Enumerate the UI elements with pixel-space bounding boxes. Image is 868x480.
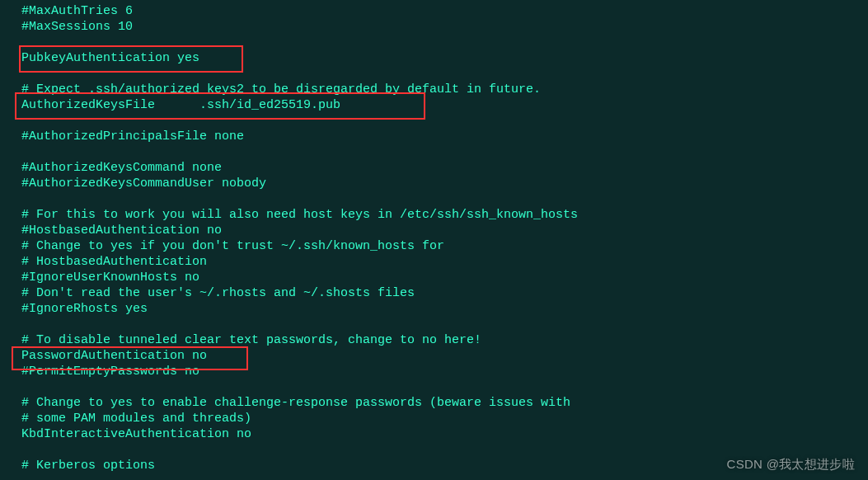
editor-gutter	[0, 0, 14, 480]
config-line	[21, 113, 868, 129]
config-line: # HostbasedAuthentication	[21, 254, 868, 270]
config-line: #MaxAuthTries 6	[21, 3, 868, 19]
config-line: # Don't read the user's ~/.rhosts and ~/…	[21, 285, 868, 301]
config-line	[21, 379, 868, 395]
config-line	[21, 442, 868, 458]
config-line	[21, 191, 868, 207]
config-line: # Change to yes to enable challenge-resp…	[21, 395, 868, 411]
config-line	[21, 317, 868, 332]
config-line: #AuthorizedKeysCommandUser nobody	[21, 176, 868, 191]
editor-content[interactable]: #MaxAuthTries 6 #MaxSessions 10 PubkeyAu…	[14, 0, 868, 473]
config-line	[21, 35, 868, 50]
config-line: #MaxSessions 10	[21, 19, 868, 35]
config-line: AuthorizedKeysFile .ssh/id_ed25519.pub	[21, 97, 868, 113]
config-line: #HostbasedAuthentication no	[21, 223, 868, 238]
config-line	[21, 66, 868, 82]
config-line	[21, 144, 868, 160]
config-line: #IgnoreRhosts yes	[21, 301, 868, 317]
config-line: KbdInteractiveAuthentication no	[21, 426, 868, 442]
config-line: # For this to work you will also need ho…	[21, 207, 868, 223]
config-line: #PermitEmptyPasswords no	[21, 364, 868, 379]
config-line: #AuthorizedPrincipalsFile none	[21, 129, 868, 144]
config-line: PasswordAuthentication no	[21, 348, 868, 364]
config-line: # Change to yes if you don't trust ~/.ss…	[21, 238, 868, 254]
config-line: # Expect .ssh/authorized_keys2 to be dis…	[21, 82, 868, 97]
config-line: PubkeyAuthentication yes	[21, 50, 868, 66]
config-line: #IgnoreUserKnownHosts no	[21, 270, 868, 285]
config-line: # some PAM modules and threads)	[21, 411, 868, 426]
config-line: #AuthorizedKeysCommand none	[21, 160, 868, 176]
config-line: # Kerberos options	[21, 458, 868, 473]
config-line: # To disable tunneled clear text passwor…	[21, 332, 868, 348]
